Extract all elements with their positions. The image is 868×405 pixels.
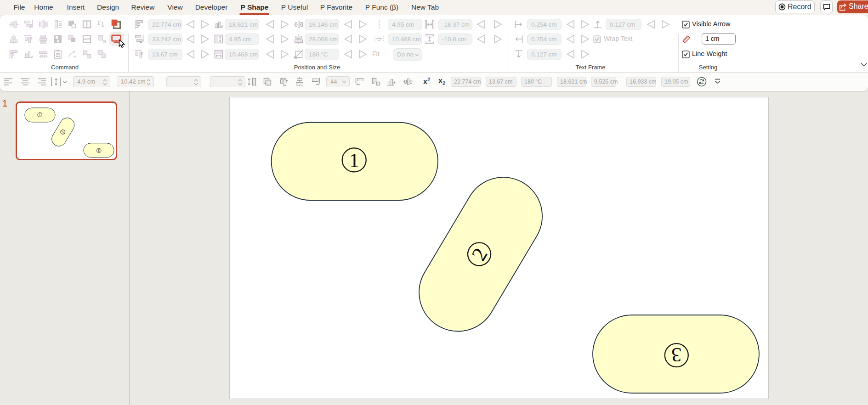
svg-text:3: 3 bbox=[98, 148, 100, 152]
svg-text:3: 3 bbox=[671, 343, 682, 366]
svg-text:1: 1 bbox=[349, 149, 359, 172]
svg-text:1: 1 bbox=[39, 113, 41, 117]
